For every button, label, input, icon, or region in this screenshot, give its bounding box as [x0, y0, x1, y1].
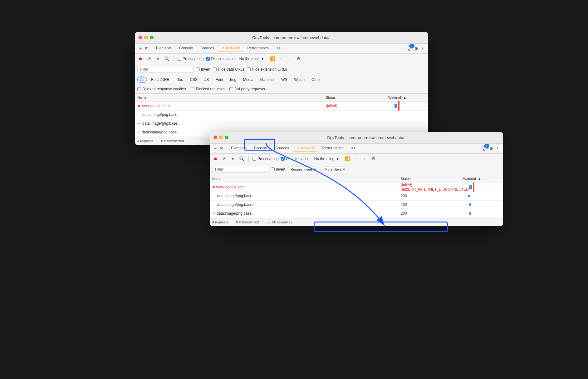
search-icon-1[interactable]: 🔍	[164, 56, 170, 62]
wifi-icon[interactable]: 📶	[269, 56, 275, 62]
type-btn-all[interactable]: All	[137, 77, 147, 83]
stop-icon[interactable]: ⏺	[137, 56, 144, 62]
minimize-button[interactable]	[144, 36, 148, 39]
row-name-text-2-4: data:image/png;base...	[217, 211, 255, 216]
table-row-2-2[interactable]: — data:image/png;base... 200	[210, 192, 503, 201]
table-header-1: Name Status Waterfall ▲	[135, 94, 428, 102]
filter-row-2: Invert Request types ▼ More filters ▼	[210, 164, 503, 175]
request-types-btn[interactable]: Request types ▼	[288, 167, 319, 172]
type-btn-img[interactable]: Img	[227, 77, 239, 83]
close-button[interactable]	[139, 36, 142, 39]
invert-checkbox[interactable]	[196, 67, 200, 71]
row-name-1-3: — data:image/png;base...	[137, 121, 326, 126]
blocked-cookies-checkbox[interactable]	[137, 87, 141, 91]
hide-ext-urls-text: Hide extension URLs	[252, 67, 287, 72]
type-btn-manifest[interactable]: Manifest	[257, 77, 277, 83]
table-row-2-1[interactable]: ✖ www.google.com (failed) net::ERR_INTER…	[210, 183, 503, 192]
comment-icon[interactable]: 💬1	[407, 45, 413, 52]
type-btn-font[interactable]: Font	[213, 77, 226, 83]
type-btn-doc[interactable]: Doc	[174, 77, 186, 83]
download-icon-2[interactable]: ↓	[361, 156, 368, 162]
hide-ext-urls-checkbox[interactable]	[247, 67, 251, 71]
throttling-dropdown-2[interactable]: No throttling ▼	[312, 156, 342, 162]
row-status-2-2: 200	[401, 194, 463, 198]
status-sep-3	[262, 220, 263, 224]
layers-icon-2[interactable]: ⊡	[218, 145, 225, 152]
tab-performance-2[interactable]: Performance	[318, 145, 347, 152]
search-icon-2[interactable]: 🔍	[238, 156, 245, 162]
tab-sources-2[interactable]: Sources	[272, 145, 293, 152]
disable-cache-label[interactable]: Disable cache	[206, 57, 234, 61]
tab-network-1[interactable]: Network	[218, 45, 243, 52]
row-name-1-1: ✖ www.google.com	[137, 104, 326, 108]
more-icon-2[interactable]: ⋮	[494, 145, 501, 152]
table-row-2-4[interactable]: ↵ data:image/png;base... 200	[210, 209, 503, 218]
table-row-1-3[interactable]: — data:image/png;base...	[135, 119, 428, 128]
requests-count-2: 4 requests	[212, 220, 228, 224]
settings-icon-4[interactable]: ⚙	[370, 156, 376, 162]
comment-icon-2[interactable]: 💬1	[482, 145, 488, 152]
type-btn-css[interactable]: CSS	[187, 77, 200, 83]
type-btn-ws[interactable]: WS	[278, 77, 290, 83]
cursor-icon[interactable]: ⌖	[137, 45, 144, 52]
devtools-window-1: DevTools - chrome-error://chromewebdata/…	[135, 32, 428, 145]
filter-icon-2[interactable]: ▼	[230, 156, 236, 162]
tab-console-2[interactable]: Console	[250, 145, 272, 152]
tab-more-1[interactable]: >>	[272, 45, 284, 52]
upload-icon[interactable]: ↑	[278, 56, 284, 62]
minimize-button-2[interactable]	[219, 136, 223, 139]
maximize-button[interactable]	[150, 36, 154, 39]
more-icon-1[interactable]: ⋮	[419, 45, 426, 52]
preserve-log-checkbox-2[interactable]	[252, 157, 256, 161]
filter-icon[interactable]: ▼	[155, 56, 161, 62]
preserve-log-label-2[interactable]: Preserve log	[252, 157, 278, 161]
stop-icon-2[interactable]: ⏺	[212, 156, 218, 162]
invert-label-2[interactable]: Invert	[271, 167, 285, 172]
settings-icon-2[interactable]: ⚙	[295, 56, 301, 62]
table-row-1-2[interactable]: — data:image/png;base...	[135, 111, 428, 119]
disable-cache-label-2[interactable]: Disable cache	[281, 157, 309, 161]
type-btn-other[interactable]: Other	[309, 77, 324, 83]
hide-ext-urls-label[interactable]: Hide extension URLs	[247, 67, 287, 72]
tab-performance-1[interactable]: Performance	[243, 45, 272, 52]
preserve-log-label[interactable]: Preserve log	[178, 57, 203, 61]
preserve-log-checkbox[interactable]	[178, 57, 181, 61]
type-btn-media[interactable]: Media	[240, 77, 256, 83]
upload-icon-2[interactable]: ↑	[353, 156, 359, 162]
wifi-icon-2[interactable]: 📶	[344, 156, 350, 162]
download-icon[interactable]: ↓	[287, 56, 293, 62]
tab-elements-2[interactable]: Elements	[227, 145, 250, 152]
tab-console-1[interactable]: Console	[175, 45, 197, 52]
blocked-requests-label[interactable]: Blocked requests	[191, 87, 224, 91]
hide-data-urls-checkbox[interactable]	[213, 67, 217, 71]
disable-cache-checkbox[interactable]	[206, 57, 210, 61]
hide-data-urls-label[interactable]: Hide data URLs	[213, 67, 244, 72]
filter-input-2[interactable]	[212, 166, 268, 173]
filter-input-1[interactable]	[137, 66, 194, 73]
third-party-label[interactable]: 3rd-party requests	[229, 87, 265, 91]
blocked-cookies-label[interactable]: Blocked response cookies	[137, 87, 186, 91]
throttling-dropdown[interactable]: No throttling ▼	[237, 56, 267, 62]
type-btn-js[interactable]: JS	[202, 77, 212, 83]
clear-icon[interactable]: ⊘	[146, 56, 152, 62]
more-filters-btn[interactable]: More filters ▼	[322, 167, 348, 172]
close-button-2[interactable]	[213, 136, 217, 139]
tab-sources-1[interactable]: Sources	[197, 45, 218, 52]
clear-icon-2[interactable]: ⊘	[221, 156, 227, 162]
table-row-1-1[interactable]: ✖ www.google.com (failed)	[135, 102, 428, 111]
tab-network-2[interactable]: Network	[293, 145, 318, 152]
tab-elements-1[interactable]: Elements	[152, 45, 175, 52]
disable-cache-checkbox-2[interactable]	[281, 157, 285, 161]
third-party-checkbox[interactable]	[229, 87, 233, 91]
tab-more-2[interactable]: >>	[347, 145, 359, 152]
table-row-2-3[interactable]: — data:image/png;base... 200	[210, 201, 503, 209]
cursor-icon-2[interactable]: ⌖	[212, 145, 218, 152]
blocked-requests-checkbox[interactable]	[191, 87, 194, 91]
layers-icon[interactable]: ⊡	[144, 45, 150, 52]
type-btn-wasm[interactable]: Wasm	[292, 77, 308, 83]
invert-checkbox-2[interactable]	[271, 167, 275, 171]
col-waterfall-header-1: Waterfall ▲	[388, 96, 426, 99]
type-btn-fetch[interactable]: Fetch/XHR	[148, 77, 172, 83]
invert-label[interactable]: Invert	[196, 67, 210, 72]
maximize-button-2[interactable]	[225, 136, 228, 139]
